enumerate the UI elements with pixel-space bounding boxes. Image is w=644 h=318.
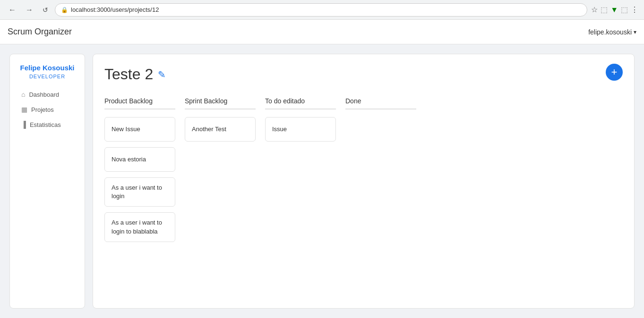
plus-icon: + [611,67,618,77]
edit-icon[interactable]: ✎ [158,69,166,80]
kanban-card[interactable]: Another Test [185,117,256,142]
sidebar-item-label: Dashboard [29,91,59,98]
kanban-card[interactable]: Issue [265,117,336,142]
username-label: felipe.kosouski [588,28,632,36]
sidebar: Felipe Kosouski DEVELOPER ⌂ Dashboard ▦ … [9,54,85,309]
column-header-sprint-backlog: Sprint Backlog [185,97,256,109]
kanban-column-product-backlog: Product BacklogNew IssueNova estoriaAs a… [104,97,175,242]
project-title-row: Teste 2 ✎ [104,66,623,83]
user-menu[interactable]: felipe.kosouski ▾ [588,28,636,36]
main-content: Teste 2 ✎ + Product BacklogNew IssueNova… [93,54,635,309]
reload-button[interactable]: ↺ [40,5,51,15]
app-title: Scrum Organizer [8,27,72,37]
column-header-done: Done [345,97,416,109]
back-button[interactable]: ← [6,5,19,15]
extension-icon-1[interactable]: ⬚ [601,5,608,14]
kanban-card[interactable]: New Issue [104,117,175,142]
forward-button[interactable]: → [23,5,36,15]
kanban-board: Product BacklogNew IssueNova estoriaAs a… [104,97,623,242]
home-icon: ⌂ [21,91,25,98]
extension-icon-3[interactable]: ⬚ [621,5,628,14]
project-title: Teste 2 [104,66,153,83]
app-body: Felipe Kosouski DEVELOPER ⌂ Dashboard ▦ … [0,44,644,318]
url-text: localhost:3000/users/projects/12 [71,6,159,13]
sidebar-item-label: Estatisticas [30,121,61,128]
address-bar[interactable]: 🔒 localhost:3000/users/projects/12 [55,3,587,17]
sidebar-item-estatisticas[interactable]: ▐ Estatisticas [17,119,77,130]
kanban-column-to-do-editado: To do editadoIssue [265,97,336,142]
user-menu-arrow: ▾ [634,29,636,35]
chart-icon: ▐ [21,121,26,128]
lock-icon: 🔒 [61,7,68,13]
extension-icon-2[interactable]: ▼ [610,6,618,14]
sidebar-nav: ⌂ Dashboard ▦ Projetos ▐ Estatisticas [17,89,77,130]
kanban-column-sprint-backlog: Sprint BacklogAnother Test [185,97,256,142]
app-header: Scrum Organizer felipe.kosouski ▾ [0,20,644,44]
sidebar-item-label: Projetos [31,106,54,113]
column-header-to-do-editado: To do editado [265,97,336,109]
kanban-card[interactable]: Nova estoria [104,147,175,172]
browser-chrome: ← → ↺ 🔒 localhost:3000/users/projects/12… [0,0,644,20]
kanban-card[interactable]: As a user i want to login to blablabla [104,212,175,242]
menu-icon[interactable]: ⋮ [631,5,638,14]
calendar-icon: ▦ [21,106,27,113]
sidebar-item-projetos[interactable]: ▦ Projetos [17,104,77,115]
kanban-column-done: Done [345,97,416,111]
sidebar-item-dashboard[interactable]: ⌂ Dashboard [17,89,77,100]
sidebar-user-name: Felipe Kosouski [20,64,74,72]
kanban-card[interactable]: As a user i want to login [104,177,175,207]
browser-actions: ☆ ⬚ ▼ ⬚ ⋮ [591,5,638,14]
column-header-product-backlog: Product Backlog [104,97,175,109]
add-sprint-button[interactable]: + [606,64,623,81]
star-icon[interactable]: ☆ [591,5,598,14]
sidebar-role: DEVELOPER [29,74,65,79]
